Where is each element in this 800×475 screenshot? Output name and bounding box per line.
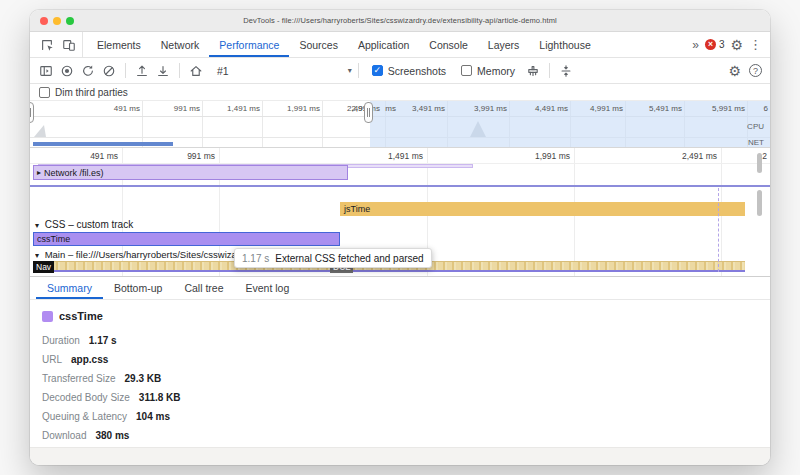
- summary-value: 311.8 KB: [139, 392, 181, 403]
- history-selected-item[interactable]: #1: [217, 65, 229, 77]
- ruler-tick: 991 ms: [174, 104, 200, 113]
- more-options-icon[interactable]: ⋮: [749, 38, 762, 51]
- summary-label: Duration: [42, 335, 80, 346]
- ruler-tick: 3,991 ms: [474, 104, 507, 113]
- summary-row-transferred-size: Transferred Size29.3 KB: [42, 369, 770, 388]
- error-icon: ×: [705, 39, 716, 50]
- ruler-tick: 2,491 ms: [682, 151, 717, 161]
- summary-row-decoded-body-size: Decoded Body Size311.8 KB: [42, 388, 770, 407]
- vertical-scrollbar-thumb[interactable]: [757, 153, 762, 173]
- zoom-window-button[interactable]: [66, 17, 74, 25]
- marker-dashed-line: [718, 188, 719, 272]
- reload-and-record-icon[interactable]: [78, 61, 98, 81]
- ruler-tick: 5,491 ms: [649, 104, 682, 113]
- jstime-bar[interactable]: jsTime: [340, 202, 745, 216]
- tab-event-log[interactable]: Event log: [235, 277, 301, 299]
- ruler-tick: 6: [764, 104, 768, 113]
- network-track-label: Network: [44, 168, 77, 178]
- tab-lighthouse[interactable]: Lighthouse: [529, 32, 600, 57]
- help-icon[interactable]: ?: [749, 64, 762, 77]
- toggle-sidebar-icon[interactable]: [36, 61, 56, 81]
- history-dropdown-icon[interactable]: ▾: [348, 66, 352, 75]
- tab-layers[interactable]: Layers: [478, 32, 530, 57]
- more-tabs-icon[interactable]: »: [692, 38, 699, 52]
- clear-icon[interactable]: [99, 61, 119, 81]
- screenshots-checkbox-wrap[interactable]: ✓ Screenshots: [372, 65, 446, 77]
- window-title: DevTools - file:///Users/harryroberts/Si…: [243, 16, 557, 25]
- screenshots-label: Screenshots: [388, 65, 446, 77]
- summary-label: Download: [42, 430, 86, 441]
- nav-marker-badge: Nav: [33, 261, 54, 273]
- summary-row-url: URLapp.css: [42, 350, 770, 369]
- expander-icon[interactable]: ▾: [35, 251, 39, 260]
- performance-toolbar: #1 ▾ ✓ Screenshots Memory ⚙ ?: [30, 58, 770, 84]
- overview-left-handle[interactable]: [30, 102, 34, 123]
- flame-chart[interactable]: 491 ms991 ms1,491 ms1,991 ms2,491 ms2 ▸ …: [30, 148, 770, 277]
- network-track-bar[interactable]: ▸ Network /fil.es): [33, 165, 348, 180]
- ruler-tick: 4,991 ms: [590, 104, 623, 113]
- devtools-tabbar: ElementsNetworkPerformanceSourcesApplica…: [30, 32, 770, 58]
- ruler-tick: 1,991 ms: [287, 104, 320, 113]
- grid-line: [322, 101, 323, 147]
- live-metrics-home-icon[interactable]: [186, 61, 206, 81]
- tab-sources[interactable]: Sources: [289, 32, 348, 57]
- overview-right-handle[interactable]: [364, 102, 373, 123]
- toolbar-right-icons: ⚙ ?: [728, 64, 764, 78]
- tab-application[interactable]: Application: [348, 32, 419, 57]
- tab-elements[interactable]: Elements: [87, 32, 151, 57]
- save-profile-icon[interactable]: [153, 61, 173, 81]
- ruler-tick: 5,991 ms: [712, 104, 745, 113]
- tab-console[interactable]: Console: [419, 32, 478, 57]
- memory-checkbox[interactable]: [461, 65, 472, 76]
- load-profile-icon[interactable]: [132, 61, 152, 81]
- ruler-tick: 3,491 ms: [412, 104, 445, 113]
- collect-garbage-icon[interactable]: [523, 61, 543, 81]
- dim-third-parties-checkbox[interactable]: [39, 87, 50, 98]
- close-window-button[interactable]: [40, 17, 48, 25]
- network-track-divider: [30, 185, 770, 187]
- tab-performance[interactable]: Performance: [209, 32, 289, 57]
- net-row-label: NET: [748, 138, 764, 147]
- grid-line: [142, 101, 143, 147]
- devtools-tabs: ElementsNetworkPerformanceSourcesApplica…: [87, 32, 601, 57]
- summary-value: app.css: [71, 354, 108, 365]
- capture-settings-gear-icon[interactable]: ⚙: [728, 64, 741, 78]
- memory-checkbox-wrap[interactable]: Memory: [461, 65, 515, 77]
- window-footer: [30, 447, 770, 465]
- css-track-label: CSS – custom track: [45, 219, 133, 230]
- expander-icon[interactable]: ▾: [35, 221, 39, 230]
- device-toolbar-icon[interactable]: [59, 35, 79, 55]
- ruler-tick: 991 ms: [187, 151, 215, 161]
- summary-label: Queuing & Latency: [42, 411, 127, 422]
- error-count: 3: [719, 39, 725, 50]
- overview-network-bar: [33, 142, 173, 146]
- expander-icon[interactable]: ▸: [37, 168, 41, 177]
- settings-gear-icon[interactable]: ⚙: [730, 38, 743, 52]
- summary-row-download: Download380 ms: [42, 426, 770, 445]
- record-icon[interactable]: [57, 61, 77, 81]
- ruler-tick: 491 ms: [90, 151, 118, 161]
- compress-arrows-icon[interactable]: [556, 61, 576, 81]
- timeline-overview[interactable]: 491 ms991 ms1,491 ms1,991 ms2,992,491 ms…: [30, 101, 770, 148]
- vertical-scrollbar-thumb[interactable]: [757, 190, 762, 216]
- css-custom-track-header[interactable]: ▾ CSS – custom track: [35, 219, 133, 230]
- tab-bottom-up[interactable]: Bottom-up: [103, 277, 173, 299]
- summary-label: Transferred Size: [42, 373, 116, 384]
- tab-network[interactable]: Network: [151, 32, 210, 57]
- inspect-element-icon[interactable]: [37, 35, 57, 55]
- screenshots-checkbox[interactable]: ✓: [372, 65, 383, 76]
- tooltip-duration: 1.17 s: [242, 253, 269, 264]
- ruler-tick: 2: [762, 151, 767, 161]
- summary-row-duration: Duration1.17 s: [42, 331, 770, 350]
- ruler-tick: 4,491 ms: [535, 104, 568, 113]
- csstime-bar[interactable]: cssTime: [33, 232, 340, 246]
- network-request-label: /fil.es): [80, 168, 104, 178]
- grid-line: [262, 101, 263, 147]
- tab-summary[interactable]: Summary: [36, 277, 103, 299]
- minimize-window-button[interactable]: [53, 17, 61, 25]
- summary-value: 1.17 s: [89, 335, 117, 346]
- summary-value: 29.3 KB: [125, 373, 162, 384]
- dim-third-parties-row: Dim third parties: [30, 84, 770, 101]
- error-count-badge[interactable]: × 3: [705, 39, 725, 50]
- tab-call-tree[interactable]: Call tree: [173, 277, 234, 299]
